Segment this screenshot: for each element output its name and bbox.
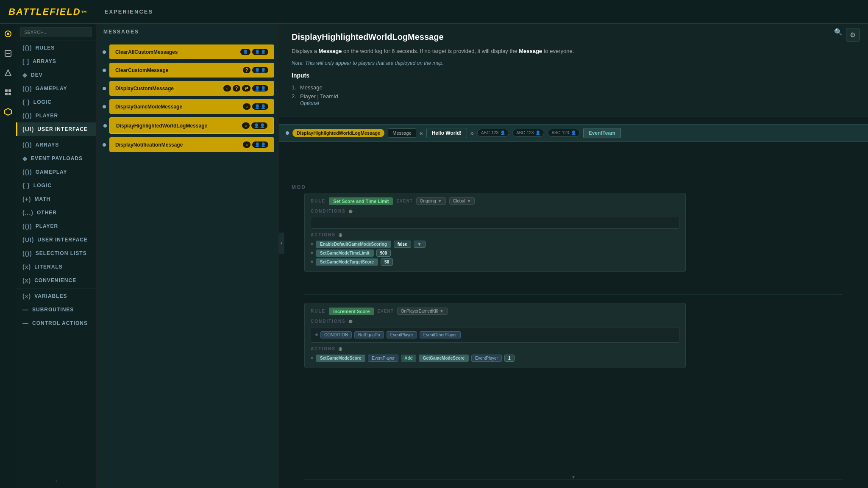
question-icon2: ? bbox=[235, 86, 238, 91]
msg-icon-btn10[interactable]: 👤👤 bbox=[252, 103, 268, 110]
sidebar-item-subroutines[interactable]: — SUBROUTINES bbox=[16, 303, 96, 316]
hn-hello-world[interactable]: Hello World! bbox=[426, 128, 467, 138]
sidebar-item-rules[interactable]: (()) RULES bbox=[16, 41, 96, 55]
highlight-node-label[interactable]: DisplayHighlightedWorldLogMessage bbox=[292, 129, 384, 137]
list-item: ClearCustomMessage ? 👤👤 bbox=[101, 63, 274, 78]
msg-icon-btn5[interactable]: ○ bbox=[223, 85, 231, 92]
display-custom-message-block[interactable]: DisplayCustomMessage ○ ? ⇌ 👤👤 bbox=[109, 81, 274, 96]
hn-group1[interactable]: ABC 123 👤 bbox=[477, 129, 509, 137]
sidebar-item-selection-lists[interactable]: (()) SELECTION LISTS bbox=[16, 247, 96, 260]
display-notification-message-block[interactable]: DisplayNotificationMessage ○ 👤👤 bbox=[109, 137, 274, 152]
sidebar-item-variables[interactable]: (x) VARIABLES bbox=[16, 289, 96, 303]
action-value1[interactable]: false bbox=[394, 241, 411, 248]
conditions-text: CONDITIONS bbox=[311, 209, 346, 214]
action-dot1 bbox=[311, 243, 313, 245]
sidebar-item-gameplay[interactable]: (()) GAMEPLAY bbox=[16, 82, 96, 95]
sidebar-item-logic[interactable]: { } LOGIC bbox=[16, 95, 96, 109]
expand-icon4[interactable]: ⊕ bbox=[338, 346, 343, 352]
search-top-btn[interactable]: 🔍 bbox=[834, 28, 843, 36]
sidebar-divider bbox=[16, 137, 96, 137]
inputs-title: Inputs bbox=[292, 72, 855, 79]
msg-icon-btn[interactable]: 👤 bbox=[240, 49, 250, 55]
msg-icon-btn11[interactable]: ○ bbox=[242, 122, 250, 129]
panel-collapse-btn[interactable]: › bbox=[278, 233, 284, 254]
sidebar-collapse-btn[interactable]: › bbox=[16, 473, 96, 488]
rule1-event-tag[interactable]: Ongoing ▼ bbox=[416, 197, 446, 205]
action-name3[interactable]: SetGameModeTargetScore bbox=[316, 258, 378, 266]
msg-icons: ○ 👤👤 bbox=[242, 122, 267, 129]
expand-icon3[interactable]: ⊕ bbox=[348, 319, 353, 324]
person-label: 👤 bbox=[500, 130, 505, 135]
person-icon: 👤 bbox=[243, 50, 248, 54]
act-value[interactable]: 1 bbox=[504, 355, 515, 362]
rail-nav1[interactable] bbox=[2, 47, 14, 59]
list-item: DisplayCustomMessage ○ ? ⇌ 👤👤 bbox=[101, 81, 274, 96]
sidebar-item-convenience[interactable]: (x) CONVENIENCE bbox=[16, 274, 96, 287]
msg-icon-btn13[interactable]: ○ bbox=[243, 141, 250, 148]
hn-event-team[interactable]: EventTeam bbox=[583, 128, 621, 138]
action-dot4 bbox=[311, 357, 313, 359]
clear-all-custom-messages-block[interactable]: ClearAllCustomMessages 👤 👤👤 bbox=[109, 44, 274, 59]
icon-rail bbox=[0, 24, 16, 488]
question-icon: ? bbox=[245, 68, 248, 72]
rule2-name[interactable]: Increment Score bbox=[329, 308, 374, 315]
hn-group3[interactable]: ABC 123 👤 bbox=[548, 129, 579, 137]
rail-nav2[interactable] bbox=[2, 67, 14, 79]
rail-nav4[interactable] bbox=[2, 106, 14, 118]
person-icon5: 👤 bbox=[255, 104, 260, 109]
sidebar-item-player[interactable]: (()) PLAYER bbox=[16, 109, 96, 122]
sidebar-item-player2[interactable]: (()) PLAYER bbox=[16, 219, 96, 233]
sidebar-item-ui2[interactable]: (UI) USER INTERFACE bbox=[16, 233, 96, 247]
sidebar-item-label: EVENT PAYLOADS bbox=[31, 155, 83, 161]
sidebar-item-event-payloads[interactable]: ◆ EVENT PAYLOADS bbox=[16, 152, 96, 165]
msg-icon-btn8[interactable]: 👤👤 bbox=[252, 85, 268, 92]
msg-icon-btn14[interactable]: 👤👤 bbox=[252, 141, 268, 148]
hn-group2[interactable]: ABC 123 👤 bbox=[512, 129, 544, 137]
action-name1[interactable]: EnableDefaultGameModeScoring bbox=[316, 241, 391, 248]
sidebar-item-dev[interactable]: ◆ DEV bbox=[16, 68, 96, 82]
expand-icon2[interactable]: ⊕ bbox=[338, 232, 343, 238]
rail-home[interactable] bbox=[2, 28, 14, 40]
sidebar-search[interactable] bbox=[16, 24, 96, 41]
gear-btn[interactable]: ⚙ bbox=[846, 28, 860, 42]
arrow-icon: ⇌ bbox=[245, 86, 248, 91]
display-game-mode-message-block[interactable]: DisplayGameModeMessage ○ 👤👤 bbox=[109, 99, 274, 114]
display-highlighted-world-log-block[interactable]: DisplayHighlightedWorldLogMessage ○ 👤👤 bbox=[109, 117, 274, 134]
rule1-global-tag[interactable]: Global ▼ bbox=[449, 197, 475, 205]
sidebar-item-gameplay2[interactable]: (()) GAMEPLAY bbox=[16, 165, 96, 179]
clear-custom-message-block[interactable]: ClearCustomMessage ? 👤👤 bbox=[109, 63, 274, 78]
gameplay2-icon: (()) bbox=[22, 169, 32, 175]
experiences-nav[interactable]: EXPERIENCES bbox=[105, 8, 153, 15]
person-icon2: 👤 bbox=[255, 50, 260, 54]
sidebar-item-math[interactable]: (+) MATH bbox=[16, 192, 96, 206]
action-name2[interactable]: SetGameModeTimeLimit bbox=[316, 250, 374, 257]
search-input[interactable] bbox=[20, 27, 92, 37]
action-value3[interactable]: 50 bbox=[381, 258, 393, 266]
msg-icon-btn6[interactable]: ? bbox=[233, 85, 240, 92]
sidebar-item-user-interface[interactable]: (UI) USER INTERFACE bbox=[16, 122, 96, 136]
dropdown-arr1[interactable]: ▼ bbox=[414, 241, 426, 248]
rule2-event-tag[interactable]: OnPlayerEarnedKill ▼ bbox=[397, 308, 448, 315]
sidebar-item-arrays2[interactable]: (()) ARRAYS bbox=[16, 138, 96, 152]
rule1-name[interactable]: Set Score and Time Limit bbox=[329, 197, 393, 205]
msg-icon-btn7[interactable]: ⇌ bbox=[242, 85, 250, 92]
rail-nav3[interactable] bbox=[2, 86, 14, 98]
expand-icon1[interactable]: ⊕ bbox=[348, 208, 353, 214]
variables-icon: (x) bbox=[22, 293, 31, 299]
action-dot3 bbox=[311, 261, 313, 263]
msg-icon-btn2[interactable]: 👤👤 bbox=[252, 49, 268, 55]
act-get-game-mode-score[interactable]: GetGameModeScore bbox=[419, 355, 469, 362]
msg-icon-btn3[interactable]: ? bbox=[243, 67, 250, 73]
sidebar-item-arrays[interactable]: [ ] ARRAYS bbox=[16, 55, 96, 68]
msg-icon-btn9[interactable]: ○ bbox=[243, 103, 250, 110]
msg-icon-btn4[interactable]: 👤👤 bbox=[252, 67, 268, 73]
sidebar-item-literals[interactable]: (x) LITERALS bbox=[16, 260, 96, 274]
msg-icons: ○ 👤👤 bbox=[243, 103, 268, 110]
sidebar-item-logic2[interactable]: { } LOGIC bbox=[16, 179, 96, 192]
msg-icon-btn12[interactable]: 👤👤 bbox=[251, 122, 267, 129]
msg-name: DisplayGameModeMessage bbox=[115, 104, 182, 110]
action-value2[interactable]: 900 bbox=[376, 250, 391, 257]
sidebar-item-control-actions[interactable]: — CONTROL ACTIONS bbox=[16, 316, 96, 330]
sidebar-item-other[interactable]: (...) OTHER bbox=[16, 206, 96, 219]
action-name4[interactable]: SetGameModeScore bbox=[316, 355, 365, 362]
